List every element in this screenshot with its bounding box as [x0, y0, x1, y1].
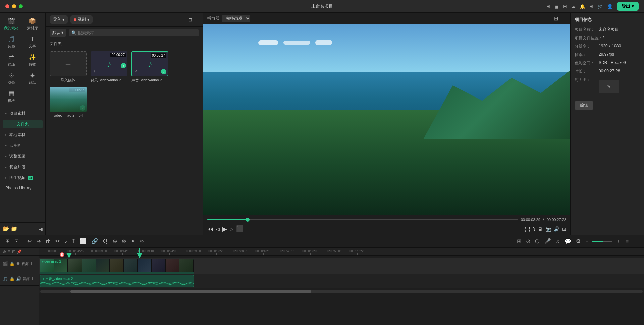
minus-zoom-icon[interactable]: − [584, 238, 590, 245]
sidebar-item-composite[interactable]: ▸ 复合片段 [1, 162, 44, 172]
sort-button[interactable]: 默认 ▾ [50, 29, 66, 37]
marker-icon[interactable]: ⬡ [534, 237, 541, 245]
volume-icon[interactable]: 🔊 [554, 226, 559, 232]
grid-overlay-icon[interactable]: ⊞ [554, 15, 558, 22]
track-lock-icon[interactable]: 🔒 [9, 261, 15, 266]
mark-in-icon[interactable]: { [525, 226, 526, 232]
sidebar-item-project-assets[interactable]: ▸ 项目素材 [1, 108, 44, 119]
insert-icon[interactable]: ⤵ [533, 226, 535, 232]
sidebar-item-adjust-layer[interactable]: ▸ 调整图层 [1, 151, 44, 161]
tab-sticker[interactable]: ⊕ 贴纸 [22, 70, 42, 87]
import-placeholder[interactable]: ＋ [50, 51, 87, 76]
media-item-video[interactable]: 00:00:27 ✓ video-miao 2.mp4 [50, 87, 87, 117]
media-item-import[interactable]: ＋ 导入媒体 [50, 51, 87, 83]
track-layout-icon[interactable]: ≡ [624, 238, 630, 245]
sidebar-item-local-assets[interactable]: ▸ 本地素材 [1, 130, 44, 140]
screen-icon[interactable]: 🖥 [538, 226, 543, 232]
sidebar-item-photos-library[interactable]: Photos Library [1, 183, 44, 193]
frame-back-icon[interactable]: ◁ [216, 226, 220, 232]
tab-effects[interactable]: ✨ 特效 [22, 52, 42, 69]
link-icon[interactable]: 🔗 [90, 237, 99, 245]
video-clip[interactable]: video-miao 2 [40, 259, 194, 273]
cloud-upload-icon[interactable]: ☁ [571, 4, 576, 9]
cart-icon[interactable]: 🛒 [597, 4, 603, 9]
filter-sort-icon[interactable]: ⊟ [188, 17, 192, 22]
user-icon[interactable]: 👤 [607, 4, 613, 9]
maximize-button[interactable] [19, 4, 23, 8]
monitor-icon[interactable]: ⊞ [546, 4, 550, 9]
audio-clip[interactable]: ♪ 声音_video-miao 2 [40, 275, 194, 287]
delete-icon[interactable]: 🗑 [44, 238, 52, 245]
chain-icon[interactable]: ∞ [139, 238, 145, 245]
snap-icon[interactable]: ⊙ [525, 237, 532, 245]
pin-icon[interactable]: 📌 [17, 249, 22, 254]
scrubber-track[interactable] [207, 219, 518, 220]
minimize-button[interactable] [12, 4, 16, 8]
plus-zoom-icon[interactable]: ＋ [614, 237, 622, 245]
tab-audio[interactable]: 🎵 音频 [1, 34, 21, 51]
collapse-tracks-icon[interactable]: ⊟ [7, 249, 11, 254]
close-button[interactable] [5, 4, 9, 8]
tab-template[interactable]: ▦ 模板 [1, 88, 21, 105]
search-input[interactable] [78, 30, 196, 35]
tab-asset-library[interactable]: 📦 素材库 [22, 15, 42, 33]
audio-mute-icon[interactable]: 🔊 [16, 276, 21, 281]
snapshot-icon[interactable]: 📷 [545, 226, 551, 232]
playhead[interactable]: ✕ [62, 256, 62, 290]
tab-text[interactable]: T 文字 [22, 34, 42, 51]
horizontal-scrollbar[interactable] [39, 290, 644, 293]
quality-select[interactable]: 完整画质 [222, 15, 250, 22]
edit-button[interactable]: 编辑 [575, 101, 593, 110]
stop-icon[interactable]: ⬛ [236, 225, 244, 233]
unlink-icon[interactable]: ⛓ [101, 238, 109, 245]
sidebar-item-ai-video[interactable]: ▸ 图生视频 AI [1, 173, 44, 183]
sidebar-item-folder[interactable]: 文件夹 [3, 120, 43, 128]
rect-tool-icon[interactable]: ⬜ [78, 237, 88, 245]
track-type-icon[interactable]: ⊡ [12, 249, 15, 254]
sidebar-item-cloud[interactable]: ▸ 云空间 [1, 140, 44, 151]
auto-ripple-icon[interactable]: ⊞ [516, 237, 523, 245]
layout-icon[interactable]: ▣ [554, 4, 559, 9]
magnet-tool-icon[interactable]: ⊡ [13, 237, 20, 245]
select-tool-icon[interactable]: ⊞ [4, 237, 11, 245]
track-visible-icon[interactable]: 👁 [16, 261, 20, 266]
text-tool-icon[interactable]: T [70, 238, 76, 245]
copy-icon[interactable]: ⊗ [120, 237, 127, 245]
import-button[interactable]: 导入 ▾ [50, 15, 68, 24]
ai-tool-icon[interactable]: ✦ [129, 237, 137, 245]
scrollbar-thumb[interactable] [70, 290, 311, 292]
more-icon[interactable]: ⋮ [632, 237, 640, 245]
skip-back-icon[interactable]: ⏮ [207, 225, 213, 233]
subtitle-icon[interactable]: 💬 [563, 237, 573, 245]
redo-icon[interactable]: ↪ [35, 237, 42, 245]
media-item-audio[interactable]: 00:00:27 ♪ ♪ ✓ 声音_video-miao 2.m... [131, 51, 168, 83]
folder-add-icon[interactable]: 📁 [11, 225, 17, 232]
undo-icon[interactable]: ↩ [26, 237, 33, 245]
collapse-icon[interactable]: ◀ [39, 226, 43, 232]
audio-split-icon[interactable]: ♪ [63, 238, 68, 245]
split-icon[interactable]: ✂ [54, 237, 61, 245]
add-track-icon[interactable]: ⊕ [3, 249, 6, 254]
bell-icon[interactable]: 🔔 [580, 4, 585, 9]
more-options-icon[interactable]: ··· [195, 17, 199, 22]
play-button[interactable]: ▶ [222, 225, 227, 233]
settings-icon[interactable]: ⚙ [575, 237, 582, 245]
mark-out-icon[interactable]: } [529, 226, 530, 232]
cover-edit-icon[interactable]: ✎ [607, 84, 611, 89]
pip-icon[interactable]: ⊡ [562, 226, 566, 232]
tab-filter[interactable]: ⊙ 滤镜 [1, 70, 21, 87]
audio-record-icon[interactable]: 🎤 [543, 237, 552, 245]
audio-lock-icon[interactable]: 🔒 [9, 276, 15, 281]
fullscreen-icon[interactable]: ⛶ [561, 15, 566, 21]
scrubber-thumb[interactable] [246, 218, 250, 222]
export-button[interactable]: 导出 ▾ [617, 2, 639, 11]
audio-mix-icon[interactable]: ♫ [554, 238, 561, 245]
frame-forward-icon[interactable]: ▷ [230, 226, 233, 232]
zoom-slider[interactable] [592, 241, 612, 242]
media-item-bg-music[interactable]: 00:00:27 ♪ ♪ ＋ 背景_video-miao 2.m... [91, 51, 127, 83]
duplicate-icon[interactable]: ⊕ [111, 237, 118, 245]
tab-my-assets[interactable]: 🎬 我的素材 [1, 15, 21, 33]
scrollbar-track[interactable] [40, 290, 643, 292]
tab-transition[interactable]: ⇌ 转场 [1, 52, 21, 69]
folder-open-icon[interactable]: 📂 [3, 225, 9, 232]
